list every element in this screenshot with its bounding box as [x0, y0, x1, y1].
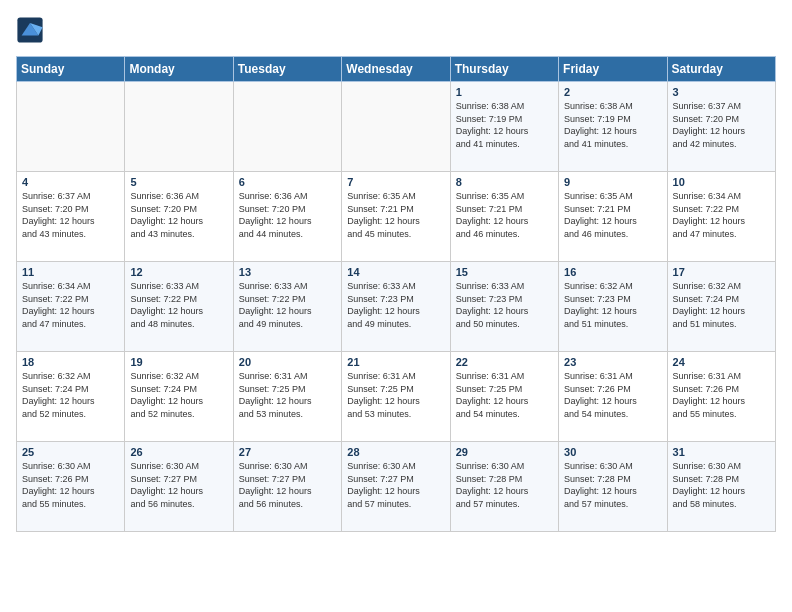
page-header — [16, 16, 776, 44]
header-cell-saturday: Saturday — [667, 57, 775, 82]
day-info: Sunrise: 6:35 AM Sunset: 7:21 PM Dayligh… — [456, 190, 553, 240]
calendar-cell: 19Sunrise: 6:32 AM Sunset: 7:24 PM Dayli… — [125, 352, 233, 442]
calendar-cell — [125, 82, 233, 172]
day-number: 16 — [564, 266, 661, 278]
calendar-cell: 17Sunrise: 6:32 AM Sunset: 7:24 PM Dayli… — [667, 262, 775, 352]
calendar-cell: 1Sunrise: 6:38 AM Sunset: 7:19 PM Daylig… — [450, 82, 558, 172]
calendar-cell: 8Sunrise: 6:35 AM Sunset: 7:21 PM Daylig… — [450, 172, 558, 262]
calendar-header: SundayMondayTuesdayWednesdayThursdayFrid… — [17, 57, 776, 82]
calendar-body: 1Sunrise: 6:38 AM Sunset: 7:19 PM Daylig… — [17, 82, 776, 532]
day-info: Sunrise: 6:38 AM Sunset: 7:19 PM Dayligh… — [456, 100, 553, 150]
day-info: Sunrise: 6:31 AM Sunset: 7:26 PM Dayligh… — [673, 370, 770, 420]
day-info: Sunrise: 6:37 AM Sunset: 7:20 PM Dayligh… — [22, 190, 119, 240]
calendar-cell: 25Sunrise: 6:30 AM Sunset: 7:26 PM Dayli… — [17, 442, 125, 532]
calendar-cell: 11Sunrise: 6:34 AM Sunset: 7:22 PM Dayli… — [17, 262, 125, 352]
logo-icon — [16, 16, 44, 44]
week-row-2: 4Sunrise: 6:37 AM Sunset: 7:20 PM Daylig… — [17, 172, 776, 262]
day-info: Sunrise: 6:37 AM Sunset: 7:20 PM Dayligh… — [673, 100, 770, 150]
day-number: 7 — [347, 176, 444, 188]
day-info: Sunrise: 6:31 AM Sunset: 7:25 PM Dayligh… — [347, 370, 444, 420]
calendar-cell: 23Sunrise: 6:31 AM Sunset: 7:26 PM Dayli… — [559, 352, 667, 442]
calendar-cell: 31Sunrise: 6:30 AM Sunset: 7:28 PM Dayli… — [667, 442, 775, 532]
day-info: Sunrise: 6:34 AM Sunset: 7:22 PM Dayligh… — [673, 190, 770, 240]
day-info: Sunrise: 6:32 AM Sunset: 7:24 PM Dayligh… — [22, 370, 119, 420]
calendar-cell: 21Sunrise: 6:31 AM Sunset: 7:25 PM Dayli… — [342, 352, 450, 442]
week-row-1: 1Sunrise: 6:38 AM Sunset: 7:19 PM Daylig… — [17, 82, 776, 172]
day-number: 10 — [673, 176, 770, 188]
day-number: 17 — [673, 266, 770, 278]
calendar-cell: 16Sunrise: 6:32 AM Sunset: 7:23 PM Dayli… — [559, 262, 667, 352]
day-number: 13 — [239, 266, 336, 278]
calendar-cell: 18Sunrise: 6:32 AM Sunset: 7:24 PM Dayli… — [17, 352, 125, 442]
calendar-cell: 30Sunrise: 6:30 AM Sunset: 7:28 PM Dayli… — [559, 442, 667, 532]
day-number: 6 — [239, 176, 336, 188]
day-number: 15 — [456, 266, 553, 278]
day-info: Sunrise: 6:31 AM Sunset: 7:26 PM Dayligh… — [564, 370, 661, 420]
calendar-cell: 26Sunrise: 6:30 AM Sunset: 7:27 PM Dayli… — [125, 442, 233, 532]
logo — [16, 16, 48, 44]
header-row: SundayMondayTuesdayWednesdayThursdayFrid… — [17, 57, 776, 82]
day-info: Sunrise: 6:30 AM Sunset: 7:26 PM Dayligh… — [22, 460, 119, 510]
day-number: 30 — [564, 446, 661, 458]
day-info: Sunrise: 6:31 AM Sunset: 7:25 PM Dayligh… — [456, 370, 553, 420]
day-number: 28 — [347, 446, 444, 458]
day-number: 5 — [130, 176, 227, 188]
day-info: Sunrise: 6:30 AM Sunset: 7:28 PM Dayligh… — [456, 460, 553, 510]
day-number: 26 — [130, 446, 227, 458]
day-number: 21 — [347, 356, 444, 368]
calendar-cell — [17, 82, 125, 172]
day-number: 1 — [456, 86, 553, 98]
day-number: 27 — [239, 446, 336, 458]
day-info: Sunrise: 6:36 AM Sunset: 7:20 PM Dayligh… — [239, 190, 336, 240]
calendar-cell: 9Sunrise: 6:35 AM Sunset: 7:21 PM Daylig… — [559, 172, 667, 262]
calendar-cell: 4Sunrise: 6:37 AM Sunset: 7:20 PM Daylig… — [17, 172, 125, 262]
day-number: 12 — [130, 266, 227, 278]
day-info: Sunrise: 6:35 AM Sunset: 7:21 PM Dayligh… — [347, 190, 444, 240]
day-number: 19 — [130, 356, 227, 368]
day-info: Sunrise: 6:33 AM Sunset: 7:22 PM Dayligh… — [239, 280, 336, 330]
day-info: Sunrise: 6:30 AM Sunset: 7:27 PM Dayligh… — [239, 460, 336, 510]
day-info: Sunrise: 6:32 AM Sunset: 7:24 PM Dayligh… — [673, 280, 770, 330]
calendar-cell: 20Sunrise: 6:31 AM Sunset: 7:25 PM Dayli… — [233, 352, 341, 442]
calendar-cell: 10Sunrise: 6:34 AM Sunset: 7:22 PM Dayli… — [667, 172, 775, 262]
calendar-table: SundayMondayTuesdayWednesdayThursdayFrid… — [16, 56, 776, 532]
day-number: 23 — [564, 356, 661, 368]
calendar-cell — [342, 82, 450, 172]
day-number: 25 — [22, 446, 119, 458]
calendar-cell: 7Sunrise: 6:35 AM Sunset: 7:21 PM Daylig… — [342, 172, 450, 262]
day-info: Sunrise: 6:34 AM Sunset: 7:22 PM Dayligh… — [22, 280, 119, 330]
calendar-cell: 3Sunrise: 6:37 AM Sunset: 7:20 PM Daylig… — [667, 82, 775, 172]
day-info: Sunrise: 6:30 AM Sunset: 7:27 PM Dayligh… — [130, 460, 227, 510]
calendar-cell: 22Sunrise: 6:31 AM Sunset: 7:25 PM Dayli… — [450, 352, 558, 442]
day-number: 31 — [673, 446, 770, 458]
calendar-cell: 6Sunrise: 6:36 AM Sunset: 7:20 PM Daylig… — [233, 172, 341, 262]
day-info: Sunrise: 6:33 AM Sunset: 7:23 PM Dayligh… — [347, 280, 444, 330]
day-info: Sunrise: 6:30 AM Sunset: 7:27 PM Dayligh… — [347, 460, 444, 510]
day-info: Sunrise: 6:33 AM Sunset: 7:23 PM Dayligh… — [456, 280, 553, 330]
day-number: 8 — [456, 176, 553, 188]
week-row-4: 18Sunrise: 6:32 AM Sunset: 7:24 PM Dayli… — [17, 352, 776, 442]
calendar-cell — [233, 82, 341, 172]
day-info: Sunrise: 6:38 AM Sunset: 7:19 PM Dayligh… — [564, 100, 661, 150]
day-info: Sunrise: 6:36 AM Sunset: 7:20 PM Dayligh… — [130, 190, 227, 240]
calendar-cell: 15Sunrise: 6:33 AM Sunset: 7:23 PM Dayli… — [450, 262, 558, 352]
day-info: Sunrise: 6:30 AM Sunset: 7:28 PM Dayligh… — [673, 460, 770, 510]
header-cell-tuesday: Tuesday — [233, 57, 341, 82]
day-info: Sunrise: 6:31 AM Sunset: 7:25 PM Dayligh… — [239, 370, 336, 420]
calendar-cell: 24Sunrise: 6:31 AM Sunset: 7:26 PM Dayli… — [667, 352, 775, 442]
calendar-cell: 28Sunrise: 6:30 AM Sunset: 7:27 PM Dayli… — [342, 442, 450, 532]
day-info: Sunrise: 6:33 AM Sunset: 7:22 PM Dayligh… — [130, 280, 227, 330]
day-number: 24 — [673, 356, 770, 368]
day-number: 11 — [22, 266, 119, 278]
day-info: Sunrise: 6:30 AM Sunset: 7:28 PM Dayligh… — [564, 460, 661, 510]
header-cell-monday: Monday — [125, 57, 233, 82]
calendar-cell: 29Sunrise: 6:30 AM Sunset: 7:28 PM Dayli… — [450, 442, 558, 532]
day-info: Sunrise: 6:35 AM Sunset: 7:21 PM Dayligh… — [564, 190, 661, 240]
week-row-3: 11Sunrise: 6:34 AM Sunset: 7:22 PM Dayli… — [17, 262, 776, 352]
header-cell-wednesday: Wednesday — [342, 57, 450, 82]
day-number: 4 — [22, 176, 119, 188]
day-number: 14 — [347, 266, 444, 278]
calendar-cell: 27Sunrise: 6:30 AM Sunset: 7:27 PM Dayli… — [233, 442, 341, 532]
week-row-5: 25Sunrise: 6:30 AM Sunset: 7:26 PM Dayli… — [17, 442, 776, 532]
day-number: 22 — [456, 356, 553, 368]
